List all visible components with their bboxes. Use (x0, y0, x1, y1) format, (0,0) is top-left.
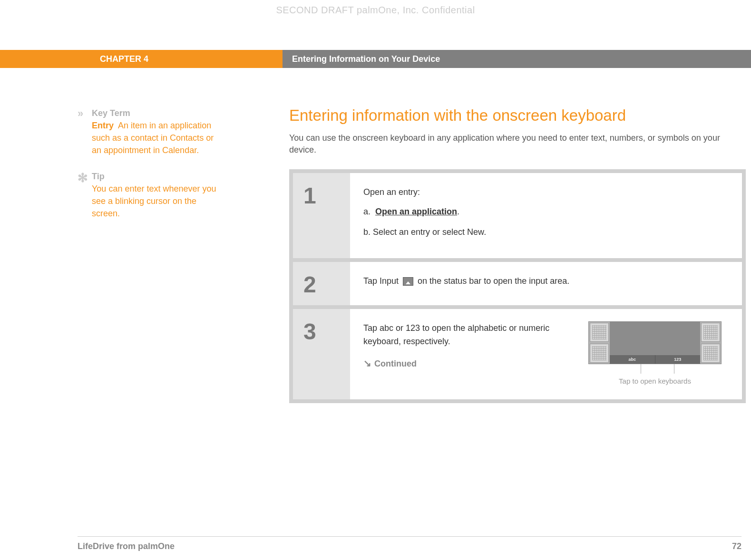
key-term-block: » Key Term Entry An item in an applicati… (78, 108, 220, 156)
key-term-heading: Key Term (92, 108, 220, 118)
diagram-left-icons (589, 322, 610, 364)
section-title: Entering Information on Your Device (283, 50, 751, 68)
header-bar: CHAPTER 4 Entering Information on Your D… (0, 50, 751, 68)
input-icon (403, 277, 413, 286)
continued-indicator: ↘Continued (363, 357, 567, 371)
diagram-caption: Tap to open keyboards (581, 376, 729, 387)
key-term-word: Entry (92, 121, 114, 130)
page-title: Entering information with the onscreen k… (289, 106, 746, 125)
tip-heading: Tip (92, 172, 220, 182)
tip-block: ✻ Tip You can enter text whenever you se… (78, 172, 220, 220)
continued-arrow-icon: ↘ (363, 358, 371, 368)
step-2-text: Tap Input on the status bar to open the … (363, 274, 729, 288)
key-term-icon: » (78, 108, 92, 119)
keyboard-diagram: abc 123 Tap to open keyboards (581, 321, 729, 387)
step-1-lead: Open an entry: (363, 185, 729, 199)
step-2: 2 Tap Input on the status bar to open th… (293, 262, 742, 305)
diagram-writing-area (610, 322, 700, 355)
123-tab: 123 (655, 355, 701, 364)
step-number: 1 (293, 173, 350, 258)
footer: LifeDrive from palmOne 72 (78, 536, 741, 551)
footer-page-number: 72 (732, 541, 741, 551)
intro-paragraph: You can use the onscreen keyboard in any… (289, 132, 746, 156)
key-term-text: Entry An item in an application such as … (92, 119, 220, 156)
chapter-label: CHAPTER 4 (0, 50, 283, 68)
step-1: 1 Open an entry: a. Open an application.… (293, 173, 742, 258)
footer-product: LifeDrive from palmOne (78, 541, 175, 551)
step-number: 3 (293, 309, 350, 399)
tip-text: You can enter text whenever you see a bl… (92, 183, 220, 220)
step-3: 3 Tap abc or 123 to open the alphabetic … (293, 309, 742, 399)
step-number: 2 (293, 262, 350, 305)
diagram-right-icons (700, 322, 721, 364)
abc-tab: abc (610, 355, 655, 364)
watermark-text: SECOND DRAFT palmOne, Inc. Confidential (0, 5, 751, 16)
tip-icon: ✻ (78, 172, 92, 184)
step-1-sub-a: a. Open an application. (363, 205, 729, 219)
step-1-sub-b: b. Select an entry or select New. (363, 225, 729, 239)
open-application-link[interactable]: Open an application (375, 207, 457, 216)
main-content: Entering information with the onscreen k… (289, 106, 746, 403)
sidebar: » Key Term Entry An item in an applicati… (78, 108, 220, 235)
steps-container: 1 Open an entry: a. Open an application.… (289, 169, 746, 403)
step-3-text: Tap abc or 123 to open the alphabetic or… (363, 321, 567, 349)
